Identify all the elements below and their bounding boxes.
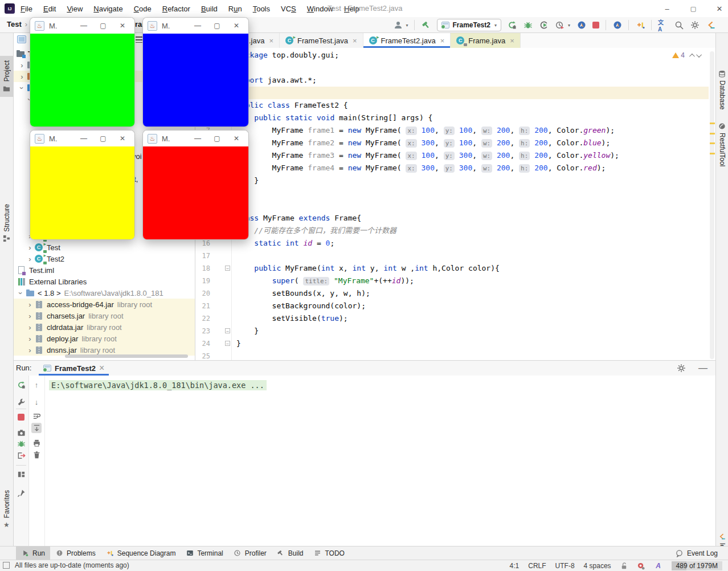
menu-run[interactable]: Run: [228, 5, 242, 13]
warning-stripe-mark[interactable]: [710, 133, 715, 134]
toolwindow-button-run[interactable]: Run: [16, 546, 50, 560]
tree-row[interactable]: Test.iml: [14, 264, 195, 276]
print-icon[interactable]: [31, 438, 42, 448]
breadcrumb[interactable]: Test›: [7, 20, 27, 28]
rerun-icon[interactable]: [16, 380, 26, 390]
arrow-down-icon[interactable]: ↓: [31, 397, 42, 407]
debug-button-icon[interactable]: [523, 21, 533, 30]
run-dashboard-icon[interactable]: [576, 21, 586, 30]
stop-icon[interactable]: [16, 412, 26, 422]
frame-title-bar[interactable]: ♨M.—▢✕: [30, 130, 134, 146]
editor-scrollbar[interactable]: [710, 51, 714, 359]
memory-indicator[interactable]: 489 of 1979M: [672, 561, 722, 570]
close-icon[interactable]: ✕: [115, 22, 130, 30]
tree-row[interactable]: External Libraries: [14, 276, 195, 287]
chevron-collapsed-icon[interactable]: ›: [26, 312, 34, 320]
awt-frame-window-1[interactable]: ♨M.—▢✕: [30, 17, 135, 127]
code-editor[interactable]: package top.doubly.gui;import java.awt.*…: [232, 48, 709, 360]
tree-row[interactable]: ›access-bridge-64.jar library root: [14, 299, 195, 310]
toolwindow-button-sequence-diagram[interactable]: Sequence Diagram: [101, 546, 181, 560]
minimize-icon[interactable]: —: [190, 134, 205, 142]
run-button-icon[interactable]: [508, 21, 517, 30]
sequence-diagram-icon[interactable]: [635, 21, 645, 30]
chevron-collapsed-icon[interactable]: ›: [26, 244, 34, 251]
sidebar-item-favorites[interactable]: Favorites★: [0, 490, 13, 529]
tree-row[interactable]: ›C▸Test2: [14, 253, 195, 264]
next-warning-icon[interactable]: [696, 52, 702, 58]
close-icon[interactable]: ×: [269, 36, 273, 45]
softwrap-icon[interactable]: [31, 411, 42, 421]
hide-icon[interactable]: —: [698, 363, 707, 373]
event-log-button[interactable]: Event Log: [676, 546, 718, 560]
chevron-collapsed-icon[interactable]: ›: [26, 346, 34, 354]
sidebar-item-project[interactable]: Project: [0, 56, 13, 97]
maximize-icon[interactable]: ▢: [210, 134, 224, 142]
maximize-icon[interactable]: ▢: [96, 134, 111, 142]
console-output[interactable]: E:\software\Java\jdk1.8.0_181\bin\java.e…: [49, 380, 267, 390]
profiler-button-icon[interactable]: [555, 21, 565, 30]
sidebar-item-restfultool[interactable]: RestfulTool: [716, 122, 728, 166]
horizontal-scrollbar[interactable]: [65, 354, 188, 358]
trash-icon[interactable]: [31, 450, 42, 460]
user-icon[interactable]: [393, 21, 403, 30]
close-icon[interactable]: ✕: [715, 5, 723, 13]
minimize-icon[interactable]: –: [663, 5, 671, 13]
debug-icon[interactable]: [16, 438, 26, 448]
toolwindow-button-build[interactable]: Build: [272, 546, 309, 560]
fold-marker-icon[interactable]: –: [225, 328, 230, 333]
chevron-collapsed-icon[interactable]: ›: [26, 324, 34, 331]
leetcode-icon[interactable]: [706, 21, 715, 30]
chevron-collapsed-icon[interactable]: ›: [26, 301, 34, 308]
grep-console-icon[interactable]: A: [655, 562, 662, 570]
arrow-up-icon[interactable]: ↑: [31, 380, 42, 390]
menu-view[interactable]: View: [67, 5, 83, 13]
caret-position[interactable]: 4:1: [510, 562, 520, 570]
translate-icon[interactable]: 文A: [658, 21, 668, 30]
chevron-expanded-icon[interactable]: ›: [18, 84, 26, 92]
menu-file[interactable]: File: [21, 5, 32, 13]
close-icon[interactable]: ×: [510, 36, 514, 45]
exit-icon[interactable]: [16, 450, 26, 460]
toolwindow-switcher-icon[interactable]: [3, 562, 10, 569]
pin-icon[interactable]: [16, 488, 26, 498]
settings-gear-icon[interactable]: [690, 21, 700, 30]
tree-row[interactable]: ›deploy.jar library root: [14, 333, 195, 344]
frame-title-bar[interactable]: ♨M.—▢✕: [143, 18, 248, 34]
tree-row[interactable]: ›dnsns.jar library root: [14, 344, 195, 356]
close-icon[interactable]: ×: [440, 36, 445, 45]
menu-refactor[interactable]: Refactor: [162, 5, 190, 13]
notification-icon[interactable]: [637, 562, 645, 570]
sidebar-item-structure[interactable]: Structure: [0, 204, 13, 243]
menu-code[interactable]: Code: [134, 5, 152, 13]
close-icon[interactable]: ✕: [229, 134, 244, 142]
tab-Framejava[interactable]: CFrame.java×: [451, 33, 521, 48]
camera-icon[interactable]: [16, 427, 26, 438]
tree-row[interactable]: ›cldrdata.jar library root: [14, 321, 195, 333]
toolwindow-button-todo[interactable]: TODO: [309, 546, 350, 560]
menu-vcs[interactable]: VCS: [281, 5, 296, 13]
stop-button-icon[interactable]: [592, 22, 599, 28]
close-icon[interactable]: ×: [99, 363, 104, 373]
toolwindow-button-terminal[interactable]: Terminal: [181, 546, 228, 560]
inspection-widget[interactable]: 4: [672, 51, 702, 59]
warning-stripe-mark[interactable]: [710, 153, 715, 154]
maximize-icon[interactable]: ▢: [689, 5, 697, 13]
run-with-coverage-icon[interactable]: [539, 21, 549, 30]
tree-row[interactable]: ›charsets.jar library root: [14, 310, 195, 321]
maximize-icon[interactable]: ▢: [96, 22, 111, 30]
chevron-collapsed-icon[interactable]: ›: [26, 335, 34, 342]
project-view-icon[interactable]: [17, 35, 26, 43]
tree-row[interactable]: ›C▸Test: [14, 242, 195, 253]
toolwindow-button-profiler[interactable]: Profiler: [228, 546, 272, 560]
tree-row[interactable]: ›< 1.8 > E:\software\Java\jdk1.8.0_181: [14, 287, 195, 299]
indent-setting[interactable]: 4 spaces: [584, 562, 611, 570]
search-everywhere-icon[interactable]: [674, 21, 684, 30]
encoding[interactable]: UTF-8: [555, 562, 575, 570]
close-icon[interactable]: ×: [353, 36, 357, 45]
warning-stripe-mark[interactable]: [710, 142, 715, 144]
tab-FrameTestjava[interactable]: C▸FrameTest.java×: [280, 33, 363, 48]
toolwindow-button-problems[interactable]: Problems: [50, 546, 101, 560]
minimize-icon[interactable]: —: [190, 22, 205, 30]
build-hammer-icon[interactable]: [421, 21, 431, 30]
tab-FrameTest2java[interactable]: C▸FrameTest2.java×: [363, 33, 451, 48]
